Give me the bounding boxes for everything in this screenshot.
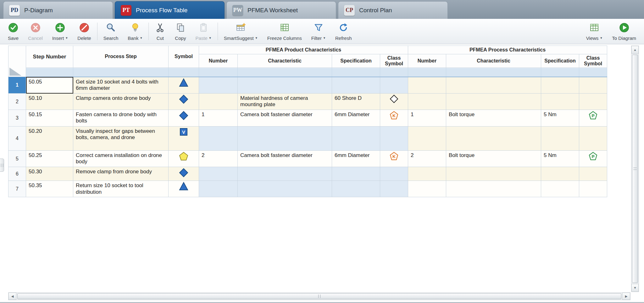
cell-process-specification[interactable]: 5 Nm bbox=[541, 110, 579, 127]
cell-process-specification[interactable] bbox=[541, 77, 579, 94]
column-header-process-step[interactable]: Process Step bbox=[73, 46, 169, 68]
cell-symbol[interactable] bbox=[169, 181, 199, 197]
cell-process-specification[interactable] bbox=[541, 167, 579, 181]
scroll-down-button[interactable]: ▼ bbox=[631, 284, 639, 292]
cell-process-step[interactable]: Clamp camera onto drone body bbox=[73, 94, 169, 110]
cell-step-number[interactable]: 50.35 bbox=[26, 181, 73, 197]
cell-process-specification[interactable] bbox=[541, 181, 579, 197]
freeze-columns-button[interactable]: Freeze Columns bbox=[263, 19, 307, 44]
cell-product-specification[interactable] bbox=[332, 167, 380, 181]
row-header-6[interactable]: 6 bbox=[8, 167, 26, 181]
cell-process-specification[interactable] bbox=[541, 94, 579, 110]
row-header-3[interactable]: 3 bbox=[8, 110, 26, 127]
cell-step-number[interactable]: 50.30 bbox=[26, 167, 73, 181]
row-header-2[interactable]: 2 bbox=[8, 94, 26, 110]
cell-product-class-symbol[interactable] bbox=[380, 94, 408, 110]
cell-product-number[interactable]: 2 bbox=[199, 151, 238, 167]
cell-process-number[interactable] bbox=[408, 127, 446, 151]
cell-process-step[interactable]: Get size 10 socket and 4 bolts with 6mm … bbox=[73, 77, 169, 94]
cell-step-number[interactable]: 50.05 bbox=[26, 77, 73, 94]
cell-process-number[interactable]: 1 bbox=[408, 110, 446, 127]
filter-cell[interactable] bbox=[199, 68, 238, 77]
cell-process-step[interactable]: Visually inspect for gaps between bolts,… bbox=[73, 127, 169, 151]
cut-button[interactable]: Cut bbox=[150, 19, 170, 44]
column-header-process-characteristic[interactable]: Characteristic bbox=[446, 54, 541, 68]
cell-product-number[interactable] bbox=[199, 181, 238, 197]
cell-product-class-symbol[interactable] bbox=[380, 127, 408, 151]
cell-process-class-symbol[interactable] bbox=[579, 127, 607, 151]
cell-process-class-symbol[interactable] bbox=[579, 167, 607, 181]
refresh-button[interactable]: Refresh bbox=[330, 19, 357, 44]
scroll-left-button[interactable]: ◀ bbox=[8, 293, 16, 300]
tab-p-diagram[interactable]: PDP-Diagram bbox=[3, 1, 113, 19]
filter-cell[interactable] bbox=[169, 68, 199, 77]
filter-cell[interactable] bbox=[380, 68, 408, 77]
cell-process-class-symbol[interactable]: P bbox=[579, 151, 607, 167]
row-header-1[interactable]: 1 bbox=[8, 77, 26, 94]
scroll-right-button[interactable]: ▶ bbox=[622, 293, 630, 300]
cell-product-characteristic[interactable]: Material hardness of camera mounting pla… bbox=[238, 94, 332, 110]
column-header-product-class-symbol[interactable]: Class Symbol bbox=[380, 54, 408, 68]
cell-product-number[interactable]: 1 bbox=[199, 110, 238, 127]
select-all-corner[interactable] bbox=[8, 46, 26, 77]
column-header-product-specification[interactable]: Specification bbox=[332, 54, 380, 68]
cell-step-number[interactable]: 50.15 bbox=[26, 110, 73, 127]
filter-cell[interactable] bbox=[73, 68, 169, 77]
scroll-up-button[interactable]: ▲ bbox=[631, 46, 639, 54]
save-button[interactable]: Save bbox=[3, 19, 23, 44]
cell-product-specification[interactable] bbox=[332, 127, 380, 151]
column-header-step-number[interactable]: Step Number bbox=[26, 46, 73, 68]
cell-process-characteristic[interactable] bbox=[446, 94, 541, 110]
column-header-process-specification[interactable]: Specification bbox=[541, 54, 579, 68]
horizontal-scrollbar-thumb[interactable] bbox=[17, 293, 621, 299]
cell-symbol[interactable] bbox=[169, 151, 199, 167]
cell-process-characteristic[interactable] bbox=[446, 167, 541, 181]
row-header-5[interactable]: 5 bbox=[8, 151, 26, 167]
cell-process-characteristic[interactable] bbox=[446, 127, 541, 151]
cell-product-class-symbol[interactable]: K bbox=[380, 151, 408, 167]
copy-button[interactable]: Copy bbox=[170, 19, 191, 44]
cell-product-number[interactable] bbox=[199, 94, 238, 110]
cell-step-number[interactable]: 50.25 bbox=[26, 151, 73, 167]
cell-process-step[interactable]: Remove clamp from drone body bbox=[73, 167, 169, 181]
filter-cell[interactable] bbox=[408, 68, 446, 77]
cell-process-number[interactable] bbox=[408, 77, 446, 94]
cell-process-characteristic[interactable]: Bolt torque bbox=[446, 151, 541, 167]
cell-product-characteristic[interactable]: Camera bolt fastener diameter bbox=[238, 110, 332, 127]
cell-symbol[interactable] bbox=[169, 77, 199, 94]
row-header-4[interactable]: 4 bbox=[8, 127, 26, 151]
search-button[interactable]: Search bbox=[99, 19, 123, 44]
cell-process-number[interactable] bbox=[408, 181, 446, 197]
cell-process-class-symbol[interactable] bbox=[579, 94, 607, 110]
cell-product-class-symbol[interactable]: K bbox=[380, 110, 408, 127]
cell-product-class-symbol[interactable] bbox=[380, 167, 408, 181]
cell-product-characteristic[interactable]: Camera bolt fastener diameter bbox=[238, 151, 332, 167]
cell-product-number[interactable] bbox=[199, 167, 238, 181]
horizontal-scrollbar[interactable]: ◀ ▶ bbox=[8, 292, 630, 300]
cell-product-class-symbol[interactable] bbox=[380, 77, 408, 94]
cell-product-characteristic[interactable] bbox=[238, 167, 332, 181]
cell-product-specification[interactable] bbox=[332, 181, 380, 197]
cell-product-number[interactable] bbox=[199, 77, 238, 94]
to-diagram-button[interactable]: To Diagram bbox=[607, 19, 641, 44]
filter-cell[interactable] bbox=[446, 68, 541, 77]
column-header-process-number[interactable]: Number bbox=[408, 54, 446, 68]
cell-process-characteristic[interactable]: Bolt torque bbox=[446, 110, 541, 127]
cell-product-specification[interactable] bbox=[332, 77, 380, 94]
filter-button[interactable]: Filter ▼ bbox=[307, 19, 330, 44]
filter-cell[interactable] bbox=[26, 68, 73, 77]
vertical-scrollbar-thumb[interactable] bbox=[632, 55, 638, 283]
filter-cell[interactable] bbox=[579, 68, 607, 77]
cell-symbol[interactable] bbox=[169, 110, 199, 127]
cell-process-class-symbol[interactable] bbox=[579, 181, 607, 197]
column-header-process-class-symbol[interactable]: Class Symbol bbox=[579, 54, 607, 68]
cell-process-specification[interactable] bbox=[541, 127, 579, 151]
cell-symbol[interactable] bbox=[169, 94, 199, 110]
cell-product-class-symbol[interactable] bbox=[380, 181, 408, 197]
cell-process-class-symbol[interactable]: P bbox=[579, 110, 607, 127]
cell-process-number[interactable] bbox=[408, 167, 446, 181]
paste-button[interactable]: Paste ▼ bbox=[191, 19, 216, 44]
cell-product-characteristic[interactable] bbox=[238, 127, 332, 151]
cell-process-step[interactable]: Correct camera installation on drone bod… bbox=[73, 151, 169, 167]
delete-button[interactable]: Delete bbox=[73, 19, 96, 44]
